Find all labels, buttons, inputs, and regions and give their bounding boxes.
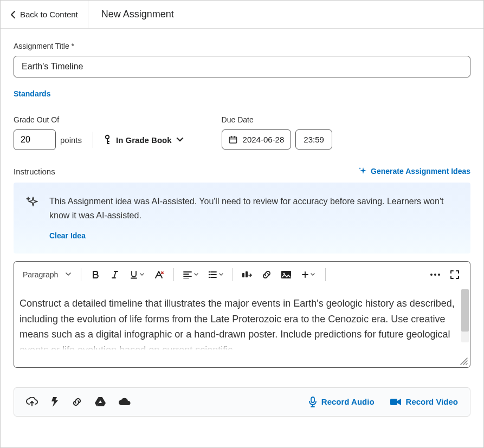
instructions-label: Instructions <box>14 167 55 176</box>
chevron-down-icon <box>66 272 71 276</box>
svg-rect-12 <box>311 397 314 402</box>
align-button[interactable] <box>179 266 202 283</box>
record-video-button[interactable]: Record Video <box>390 397 458 407</box>
svg-point-9 <box>430 274 433 276</box>
rich-text-editor: Paragraph <box>14 261 470 368</box>
onedrive-icon[interactable] <box>118 398 131 406</box>
points-label: points <box>60 135 82 145</box>
chevron-left-icon <box>10 11 16 18</box>
link-icon[interactable] <box>72 397 82 407</box>
chevron-down-icon <box>311 273 315 276</box>
chevron-down-icon <box>219 273 223 276</box>
clear-format-button[interactable] <box>151 266 168 283</box>
upload-icon[interactable] <box>26 397 38 407</box>
toolbar-separator <box>325 268 326 281</box>
gradebook-label: In Grade Book <box>116 135 172 145</box>
editor-toolbar: Paragraph <box>14 262 470 288</box>
key-icon <box>103 134 112 145</box>
due-date-value: 2024-06-28 <box>243 135 285 144</box>
resize-handle[interactable] <box>459 356 468 365</box>
separator <box>93 132 93 148</box>
gradebook-dropdown[interactable]: In Grade Book <box>103 134 184 145</box>
clear-idea-button[interactable]: Clear Idea <box>49 230 86 242</box>
svg-rect-1 <box>229 137 236 143</box>
assignment-title-input[interactable] <box>14 56 470 77</box>
bold-button[interactable] <box>87 266 104 283</box>
italic-button[interactable] <box>106 266 124 283</box>
svg-point-10 <box>434 274 436 276</box>
attachment-bar: Record Audio Record Video <box>14 387 470 417</box>
microphone-icon <box>308 397 317 407</box>
sparkle-icon <box>358 166 367 176</box>
insert-more-button[interactable] <box>297 266 320 283</box>
chevron-down-icon <box>176 137 184 142</box>
quicklink-icon[interactable] <box>50 397 60 407</box>
grade-label: Grade Out Of <box>14 115 184 124</box>
due-date-input[interactable]: 2024-06-28 <box>222 129 292 150</box>
grade-points-input[interactable] <box>14 129 56 150</box>
app-header: Back to Content New Assignment <box>1 1 483 29</box>
format-select[interactable]: Paragraph <box>21 270 75 279</box>
list-button[interactable] <box>204 266 227 283</box>
svg-point-3 <box>209 274 210 275</box>
ai-assist-banner: This Assignment idea was AI-assisted. Yo… <box>14 183 470 254</box>
svg-rect-7 <box>281 271 291 278</box>
image-button[interactable] <box>278 266 295 283</box>
standards-link[interactable]: Standards <box>14 89 50 98</box>
back-to-content-button[interactable]: Back to Content <box>1 1 88 28</box>
editor-scrollbar[interactable] <box>461 289 469 342</box>
video-icon <box>390 398 402 406</box>
more-actions-button[interactable] <box>427 266 444 283</box>
editor-body[interactable]: Construct a detailed timeline that illus… <box>14 288 470 352</box>
svg-point-4 <box>209 277 210 278</box>
chevron-down-icon <box>140 273 144 276</box>
due-time-input[interactable]: 23:59 <box>295 129 332 150</box>
fullscreen-button[interactable] <box>446 266 463 283</box>
google-drive-icon[interactable] <box>94 397 106 407</box>
record-audio-label: Record Audio <box>321 397 375 406</box>
record-video-label: Record Video <box>406 397 458 406</box>
underline-button[interactable] <box>126 266 149 283</box>
calendar-icon <box>229 135 237 144</box>
back-label: Back to Content <box>20 10 78 19</box>
toolbar-separator <box>233 268 233 281</box>
svg-point-11 <box>438 274 440 276</box>
due-date-label: Due Date <box>222 115 332 124</box>
sparkle-icon <box>25 196 38 243</box>
format-label: Paragraph <box>23 270 58 279</box>
svg-point-2 <box>209 271 210 272</box>
chevron-down-icon <box>194 273 198 276</box>
svg-rect-6 <box>246 271 248 277</box>
svg-rect-5 <box>242 273 244 277</box>
svg-rect-13 <box>390 399 397 405</box>
toolbar-separator <box>81 268 81 281</box>
ai-banner-text: This Assignment idea was AI-assisted. Yo… <box>49 197 443 220</box>
assignment-title-label: Assignment Title * <box>14 42 470 50</box>
due-time-value: 23:59 <box>304 135 324 144</box>
generate-ideas-button[interactable]: Generate Assignment Ideas <box>358 166 470 176</box>
generate-ideas-label: Generate Assignment Ideas <box>371 167 470 176</box>
toolbar-separator <box>173 268 174 281</box>
insert-quicklink-button[interactable] <box>238 266 256 283</box>
record-audio-button[interactable]: Record Audio <box>308 397 375 407</box>
link-button[interactable] <box>258 266 275 283</box>
page-title: New Assignment <box>88 1 187 28</box>
scroll-thumb[interactable] <box>461 289 469 332</box>
